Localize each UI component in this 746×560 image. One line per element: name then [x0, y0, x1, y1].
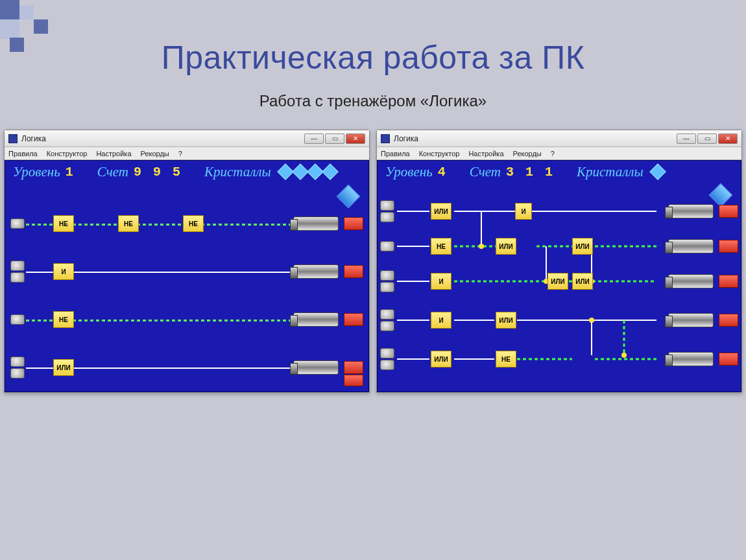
gate-not[interactable]: НЕ — [53, 311, 74, 328]
gate-not[interactable]: НЕ — [431, 238, 451, 255]
game-area: Уровень 4 Счет 3 1 1 Кристаллы — [377, 160, 741, 392]
menu-settings[interactable]: Настройка — [96, 150, 131, 158]
slide: Практическая работа за ПК Работа с трена… — [0, 0, 746, 560]
cannon — [668, 204, 714, 218]
gate-and[interactable]: И — [53, 263, 74, 280]
window-title: Логика — [21, 134, 46, 143]
gate-or[interactable]: ИЛИ — [572, 273, 593, 290]
maximize-button[interactable]: ▭ — [325, 134, 344, 144]
window-buttons: — ▭ ✕ — [304, 134, 365, 144]
maximize-button[interactable]: ▭ — [697, 134, 717, 144]
gate-not[interactable]: НЕ — [496, 351, 516, 368]
gate-or[interactable]: ИЛИ — [572, 238, 593, 255]
menubar: Правила Конструктор Настройка Рекорды ? — [377, 147, 741, 160]
cannon — [293, 264, 339, 279]
score-label: Счет — [97, 164, 128, 180]
minimize-button[interactable]: — — [677, 134, 696, 144]
input-pad[interactable] — [380, 241, 394, 251]
input-pad[interactable] — [10, 218, 25, 229]
menu-records[interactable]: Рекорды — [513, 150, 542, 158]
score-value: 9 9 5 — [134, 165, 182, 180]
gate-or[interactable]: ИЛИ — [496, 238, 516, 255]
gate-and[interactable]: И — [431, 273, 451, 290]
minimize-button[interactable]: — — [304, 134, 324, 144]
slide-title: Практическая работа за ПК — [0, 39, 746, 76]
circuit-row: И — [8, 251, 366, 292]
target-block — [719, 205, 738, 218]
slide-subtitle: Работа с тренажёром «Логика» — [0, 92, 746, 110]
level-label: Уровень — [13, 164, 60, 180]
input-pad[interactable] — [10, 314, 25, 325]
svg-point-20 — [479, 244, 484, 249]
screenshots-row: Логика — ▭ ✕ Правила Конструктор Настрой… — [0, 130, 746, 393]
menu-rules[interactable]: Правила — [381, 150, 410, 158]
circuit-row: НЕНЕНЕ — [8, 204, 366, 244]
gate-or[interactable]: ИЛИ — [431, 203, 451, 220]
gate-not[interactable]: НЕ — [53, 215, 74, 232]
menu-constructor[interactable]: Конструктор — [47, 150, 88, 158]
menubar: Правила Конструктор Настройка Рекорды ? — [5, 147, 369, 160]
close-button[interactable]: ✕ — [346, 134, 365, 144]
input-pad[interactable] — [10, 261, 25, 283]
target-block — [344, 375, 363, 386]
titlebar: Логика — ▭ ✕ — [377, 130, 741, 147]
gate-or[interactable]: ИЛИ — [431, 351, 451, 368]
cannon — [668, 239, 714, 253]
circuit-row: ИЛИ — [8, 347, 366, 388]
gate-not[interactable]: НЕ — [118, 215, 139, 232]
circuit-rows: НЕНЕНЕИНЕИЛИ — [5, 200, 368, 391]
circuit-row: НЕ — [8, 299, 366, 340]
target-block — [719, 275, 738, 288]
gate-or[interactable]: ИЛИ — [53, 359, 74, 376]
menu-rules[interactable]: Правила — [8, 150, 38, 158]
cannon — [293, 216, 339, 231]
cannon — [668, 352, 714, 366]
cannon — [293, 360, 339, 375]
gate-and[interactable]: И — [515, 203, 532, 220]
crystal-icon — [307, 163, 323, 180]
crystal-icon — [322, 163, 338, 180]
cannon — [293, 312, 339, 327]
crystals-icons — [279, 166, 337, 178]
menu-constructor[interactable]: Конструктор — [419, 150, 460, 158]
app-icon — [8, 134, 18, 143]
crystals-label: Кристаллы — [204, 164, 271, 180]
menu-records[interactable]: Рекорды — [141, 150, 169, 158]
crystal-icon — [292, 163, 308, 180]
titlebar: Логика — ▭ ✕ — [5, 130, 369, 147]
game-area: Уровень 1 Счет 9 9 5 Кристаллы НЕНЕНЕИНЕ… — [5, 160, 369, 392]
app-window-left: Логика — ▭ ✕ Правила Конструктор Настрой… — [4, 130, 370, 393]
gate-or[interactable]: ИЛИ — [547, 273, 568, 290]
status-row: Уровень 1 Счет 9 9 5 Кристаллы — [5, 161, 368, 183]
cannon — [668, 274, 714, 288]
target-block — [719, 240, 738, 253]
close-button[interactable]: ✕ — [718, 134, 738, 144]
target-block — [344, 313, 363, 326]
menu-help[interactable]: ? — [178, 150, 182, 158]
input-pad[interactable] — [380, 309, 394, 331]
gate-or[interactable]: ИЛИ — [496, 312, 516, 329]
target-block — [344, 265, 363, 278]
target-block — [719, 353, 738, 366]
window-title: Логика — [394, 134, 418, 143]
target-block — [719, 314, 738, 327]
input-pad[interactable] — [380, 270, 394, 292]
input-pad[interactable] — [10, 356, 25, 379]
crystal-icon — [277, 163, 293, 180]
target-block — [344, 361, 363, 374]
menu-help[interactable]: ? — [551, 150, 555, 158]
window-buttons: — ▭ ✕ — [677, 134, 738, 144]
target-block — [344, 217, 363, 230]
level-value: 1 — [66, 165, 75, 180]
app-icon — [381, 134, 390, 143]
cannon — [668, 313, 714, 327]
svg-point-24 — [621, 353, 627, 358]
svg-point-23 — [589, 318, 594, 323]
input-pad[interactable] — [380, 200, 394, 222]
input-pad[interactable] — [380, 348, 394, 370]
menu-settings[interactable]: Настройка — [468, 150, 503, 158]
gate-not[interactable]: НЕ — [183, 215, 204, 232]
gate-and[interactable]: И — [431, 312, 451, 329]
app-window-right: Логика — ▭ ✕ Правила Конструктор Настрой… — [376, 130, 742, 393]
